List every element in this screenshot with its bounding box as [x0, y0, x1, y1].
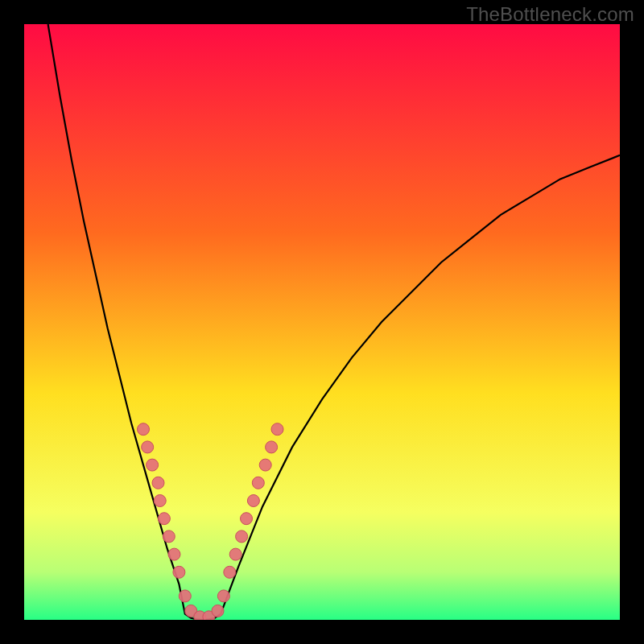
data-marker [259, 459, 271, 471]
data-marker [142, 441, 154, 453]
data-marker [147, 459, 159, 471]
data-marker [168, 548, 180, 560]
data-marker [224, 566, 236, 578]
data-marker [152, 477, 164, 489]
data-marker [173, 566, 185, 578]
gradient-background [24, 24, 620, 620]
data-marker [212, 605, 224, 617]
watermark-label: TheBottleneck.com [466, 3, 634, 26]
data-marker [217, 590, 229, 602]
data-marker [179, 590, 191, 602]
data-marker [266, 441, 278, 453]
data-marker [252, 477, 264, 489]
data-marker [138, 423, 150, 436]
data-marker [271, 423, 283, 436]
data-marker [241, 513, 253, 525]
chart-svg [24, 24, 620, 620]
outer-frame: TheBottleneck.com [0, 0, 644, 644]
data-marker [158, 513, 170, 525]
data-marker [229, 548, 242, 560]
data-marker [163, 530, 175, 543]
data-marker [247, 495, 259, 507]
data-marker [154, 495, 166, 507]
plot-area [24, 24, 620, 620]
data-marker [236, 530, 248, 543]
